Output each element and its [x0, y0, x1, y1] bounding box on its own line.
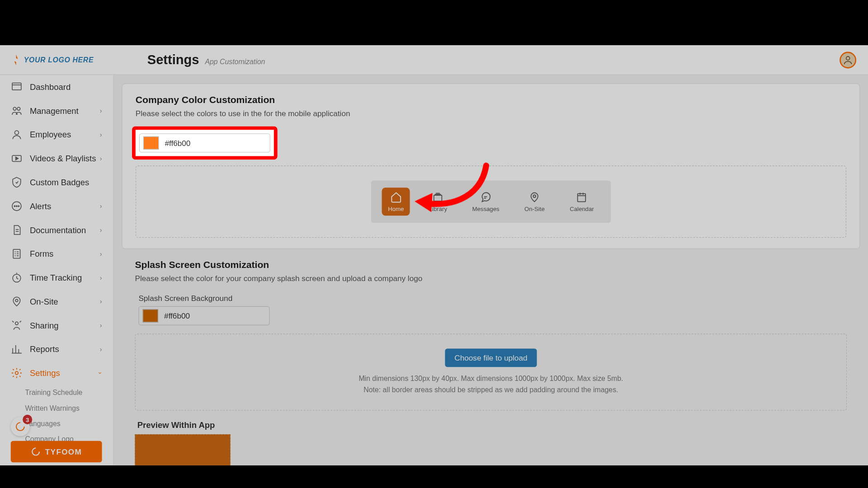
- forms-icon: [11, 248, 23, 259]
- company-color-card: Company Color Customization Please selec…: [122, 83, 860, 249]
- chart-icon: [11, 343, 23, 355]
- chevron-down-icon: ›: [97, 372, 104, 374]
- tyfoom-label: TYFOOM: [45, 447, 82, 456]
- sidebar-sub-training[interactable]: Training Schedule: [0, 385, 113, 400]
- sidebar-item-label: On-Site: [30, 297, 58, 306]
- sidebar-item-dashboard[interactable]: Dashboard: [0, 75, 113, 99]
- splash-color-input[interactable]: [138, 306, 269, 325]
- sidebar-item-onsite[interactable]: On-Site ›: [0, 290, 113, 314]
- splash-title: Splash Screen Customization: [135, 260, 847, 271]
- sidebar-item-sharing[interactable]: Sharing ›: [0, 314, 113, 338]
- svg-rect-10: [13, 249, 20, 258]
- chevron-right-icon: ›: [100, 274, 102, 281]
- svg-rect-15: [434, 195, 442, 201]
- sidebar-item-alerts[interactable]: Alerts ›: [0, 194, 113, 218]
- sidebar-item-badges[interactable]: Custom Badges: [0, 170, 113, 194]
- messages-icon: [480, 191, 491, 203]
- letterbox-bottom: [0, 465, 868, 488]
- upload-button[interactable]: Choose file to upload: [445, 348, 537, 367]
- sidebar-item-label: Dashboard: [30, 82, 71, 92]
- share-icon: [11, 319, 23, 331]
- employees-icon: [11, 129, 23, 141]
- sidebar-item-label: Settings: [30, 368, 60, 378]
- sidebar: Dashboard Management › Employees › Video…: [0, 75, 113, 473]
- logo-text: YOUR LOGO HERE: [24, 56, 94, 64]
- sidebar-footer: 3 TYFOOM: [11, 417, 102, 462]
- chevron-right-icon: ›: [100, 298, 102, 305]
- sidebar-item-employees[interactable]: Employees ›: [0, 122, 113, 146]
- sidebar-item-timetracking[interactable]: Time Tracking ›: [0, 266, 113, 290]
- video-icon: [11, 152, 23, 164]
- company-color-desc: Please select the colors to use in the f…: [135, 109, 846, 118]
- management-icon: [11, 105, 23, 117]
- clock-icon: [11, 272, 23, 283]
- svg-point-7: [14, 206, 15, 206]
- swirl-icon: [31, 447, 40, 456]
- sidebar-item-label: Videos & Playlists: [30, 154, 96, 163]
- upload-hint-2: Note: all border areas should be strippe…: [363, 385, 618, 396]
- svg-point-3: [17, 107, 20, 110]
- chevron-right-icon: ›: [100, 107, 102, 114]
- chevron-right-icon: ›: [100, 202, 102, 210]
- chevron-right-icon: ›: [100, 131, 102, 138]
- company-color-title: Company Color Customization: [135, 94, 846, 105]
- color-value-field[interactable]: [162, 135, 269, 151]
- breadcrumb: App Customization: [205, 57, 265, 66]
- alert-icon: [11, 200, 23, 212]
- tabbar-preview: Home Library Messages On-Site: [371, 180, 610, 223]
- chevron-right-icon: ›: [100, 226, 102, 234]
- sidebar-sub-warnings[interactable]: Written Warnings: [0, 400, 113, 416]
- color-swatch[interactable]: [142, 309, 158, 322]
- tab-label: Library: [429, 206, 447, 212]
- sidebar-item-label: Custom Badges: [30, 178, 89, 187]
- tab-home: Home: [382, 188, 410, 216]
- chevron-right-icon: ›: [100, 322, 102, 329]
- svg-rect-1: [12, 83, 21, 90]
- sidebar-item-documentation[interactable]: Documentation ›: [0, 218, 113, 242]
- sidebar-item-label: Documentation: [30, 225, 86, 235]
- letterbox-top: [0, 0, 868, 23]
- pin-icon: [528, 191, 540, 203]
- tabbar-preview-box: Home Library Messages On-Site: [135, 165, 846, 238]
- dashboard-icon: [11, 81, 23, 93]
- badge-icon: [11, 176, 23, 188]
- sidebar-item-settings[interactable]: Settings ›: [0, 361, 113, 385]
- svg-point-13: [15, 322, 19, 325]
- avatar-icon: [843, 54, 854, 65]
- page-title-wrap: Settings App Customization: [147, 52, 265, 67]
- main-content: Company Color Customization Please selec…: [113, 75, 868, 473]
- tab-messages: Messages: [466, 188, 505, 216]
- page-title: Settings: [147, 52, 199, 67]
- sidebar-item-reports[interactable]: Reports ›: [0, 337, 113, 361]
- topbar: YOUR LOGO HERE Settings App Customizatio…: [0, 45, 868, 75]
- svg-point-2: [13, 107, 16, 110]
- home-icon: [390, 191, 401, 203]
- logo: YOUR LOGO HERE: [12, 54, 94, 65]
- upload-hint-1: Min dimensions 130px by 40px. Max dimens…: [359, 373, 623, 384]
- sidebar-item-label: Forms: [30, 249, 53, 258]
- svg-point-0: [846, 56, 850, 60]
- svg-rect-17: [578, 194, 586, 202]
- tab-calendar: Calendar: [564, 188, 600, 216]
- sidebar-item-forms[interactable]: Forms ›: [0, 242, 113, 266]
- avatar[interactable]: [840, 52, 856, 68]
- color-value-field[interactable]: [161, 308, 269, 324]
- sidebar-item-label: Sharing: [30, 320, 59, 330]
- chevron-right-icon: ›: [100, 155, 102, 162]
- sidebar-item-label: Employees: [30, 130, 71, 139]
- tab-label: On-Site: [524, 206, 545, 212]
- tab-label: Calendar: [570, 206, 594, 212]
- sidebar-item-videos[interactable]: Videos & Playlists ›: [0, 146, 113, 170]
- sidebar-item-label: Time Tracking: [30, 273, 82, 282]
- notification-badge[interactable]: 3: [11, 417, 30, 436]
- sidebar-item-label: Alerts: [30, 202, 51, 211]
- sidebar-item-label: Management: [30, 106, 79, 116]
- tyfoom-button[interactable]: TYFOOM: [11, 441, 102, 462]
- library-icon: [432, 191, 443, 203]
- highlight-annotation: [132, 126, 277, 160]
- preview-title: Preview Within App: [137, 420, 847, 430]
- color-swatch[interactable]: [143, 136, 159, 150]
- tab-onsite: On-Site: [518, 188, 550, 216]
- primary-color-input[interactable]: [139, 133, 270, 152]
- sidebar-item-management[interactable]: Management ›: [0, 99, 113, 123]
